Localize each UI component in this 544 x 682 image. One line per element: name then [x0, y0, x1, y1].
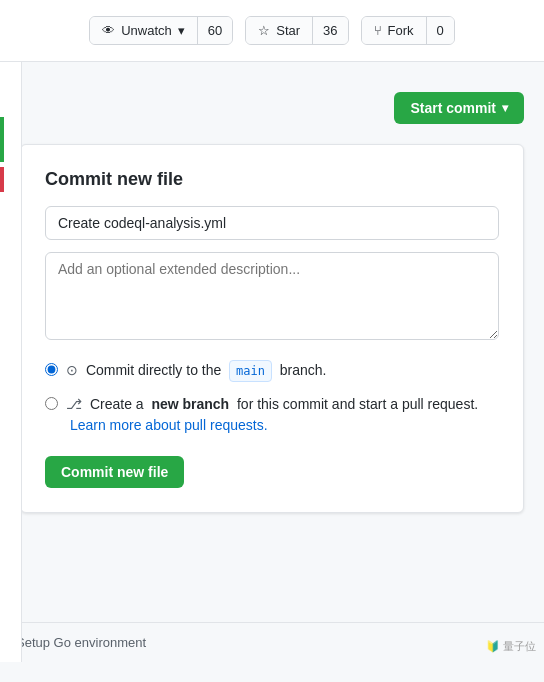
radio-direct-label[interactable]: ⊙ Commit directly to the main branch. — [66, 360, 326, 382]
commit-message-input[interactable] — [45, 206, 499, 240]
radio-direct-text: Commit directly to the — [86, 362, 221, 378]
start-commit-chevron-icon: ▾ — [502, 101, 508, 115]
content-area: Start commit ▾ Commit new file ⊙ Commit … — [0, 62, 544, 662]
star-button[interactable]: ☆ Star — [246, 17, 313, 44]
radio-direct-option[interactable]: ⊙ Commit directly to the main branch. — [45, 360, 499, 382]
learn-more-link[interactable]: Learn more about pull requests. — [70, 417, 268, 433]
eye-icon: 👁 — [102, 23, 115, 38]
commit-description-textarea[interactable] — [45, 252, 499, 340]
unwatch-label: Unwatch — [121, 23, 172, 38]
unwatch-button[interactable]: 👁 Unwatch ▾ — [90, 17, 198, 44]
fork-group[interactable]: ⑂ Fork 0 — [361, 16, 455, 45]
radio-branch-input[interactable] — [45, 397, 58, 410]
commit-icon: ⊙ — [66, 362, 78, 378]
radio-branch-label[interactable]: ⎇ Create a new branch for this commit an… — [66, 394, 499, 436]
radio-options: ⊙ Commit directly to the main branch. ⎇ … — [45, 360, 499, 436]
bottom-bar: Setup Go environment — [0, 622, 544, 662]
bottom-label: Setup Go environment — [16, 635, 146, 650]
unwatch-group[interactable]: 👁 Unwatch ▾ 60 — [89, 16, 233, 45]
start-commit-label: Start commit — [410, 100, 496, 116]
left-edge-red — [0, 167, 4, 192]
unwatch-count[interactable]: 60 — [198, 17, 232, 44]
fork-button[interactable]: ⑂ Fork — [362, 17, 427, 44]
star-count[interactable]: 36 — [313, 17, 347, 44]
top-bar: 👁 Unwatch ▾ 60 ☆ Star 36 ⑂ Fork 0 — [0, 0, 544, 62]
left-edge-bar — [0, 62, 22, 662]
star-icon: ☆ — [258, 23, 270, 38]
branch-badge: main — [229, 360, 272, 382]
radio-direct-suffix: branch. — [280, 362, 327, 378]
branch-icon: ⎇ — [66, 396, 82, 412]
fork-icon: ⑂ — [374, 23, 382, 38]
fork-label: Fork — [388, 23, 414, 38]
commit-panel: Commit new file ⊙ Commit directly to the… — [20, 144, 524, 513]
left-edge-green — [0, 117, 4, 162]
watermark: 🔰 量子位 — [486, 639, 536, 654]
fork-count[interactable]: 0 — [427, 17, 454, 44]
radio-branch-bold: new branch — [151, 396, 229, 412]
radio-branch-suffix: for this commit and start a pull request… — [237, 396, 478, 412]
radio-direct-input[interactable] — [45, 363, 58, 376]
star-group[interactable]: ☆ Star 36 — [245, 16, 348, 45]
commit-new-file-button[interactable]: Commit new file — [45, 456, 184, 488]
start-commit-area: Start commit ▾ — [0, 82, 544, 124]
chevron-down-icon: ▾ — [178, 23, 185, 38]
star-label: Star — [276, 23, 300, 38]
radio-branch-option[interactable]: ⎇ Create a new branch for this commit an… — [45, 394, 499, 436]
commit-button-label: Commit new file — [61, 464, 168, 480]
start-commit-button[interactable]: Start commit ▾ — [394, 92, 524, 124]
radio-branch-prefix: Create a — [90, 396, 144, 412]
commit-panel-title: Commit new file — [45, 169, 499, 190]
